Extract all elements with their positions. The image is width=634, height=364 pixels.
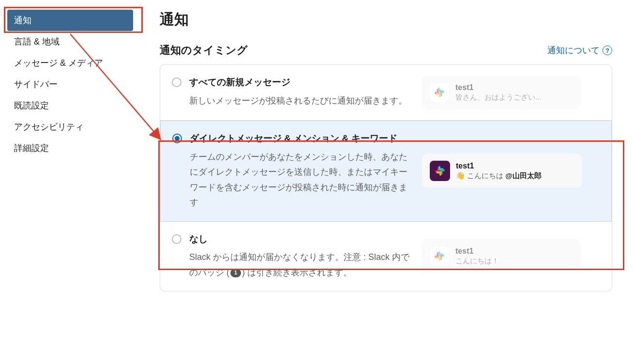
sidebar-item-accessibility[interactable]: アクセシビリティ <box>7 116 133 137</box>
sidebar-item-language-region[interactable]: 言語 & 地域 <box>7 31 133 52</box>
desc-post: ) は引き続き表示されます。 <box>242 268 352 277</box>
help-link-label: 通知について <box>547 45 600 56</box>
preview-greeting: こんにちは <box>467 171 505 180</box>
option-dm-mentions-keywords[interactable]: ダイレクトメッセージ & メンション & キーワード チームのメンバーがあなたを… <box>160 121 612 222</box>
help-icon: ? <box>603 46 612 55</box>
sidebar-item-mark-as-read[interactable]: 既読設定 <box>7 95 133 116</box>
option-title: すべての新規メッセージ <box>189 76 412 90</box>
preview-sender: test1 <box>455 83 574 92</box>
radio-dm-mentions-keywords[interactable] <box>172 134 182 143</box>
option-desc: チームのメンバーがあなたをメンションした時、あなたにダイレクトメッセージを送信し… <box>190 150 412 211</box>
option-desc: 新しいメッセージが投稿されるたびに通知が届きます。 <box>189 93 412 109</box>
sidebar-item-messages-media[interactable]: メッセージ & メディア <box>7 52 133 74</box>
option-desc: Slack からは通知が届かなくなります。注意 : Slack 内でのバッジ (… <box>189 250 412 280</box>
slack-icon <box>429 82 450 103</box>
preview-message: 皆さん、おはようござい... <box>455 93 574 102</box>
option-none[interactable]: なし Slack からは通知が届かなくなります。注意 : Slack 内でのバッ… <box>160 222 612 291</box>
notification-preview: test1 👋こんにちは @山田太郎 <box>422 154 582 188</box>
option-title: なし <box>189 232 412 246</box>
option-all-new-messages[interactable]: すべての新規メッセージ 新しいメッセージが投稿されるたびに通知が届きます。 te… <box>160 65 612 121</box>
notification-options-list: すべての新規メッセージ 新しいメッセージが投稿されるたびに通知が届きます。 te… <box>160 64 612 291</box>
wave-emoji-icon: 👋 <box>456 171 465 180</box>
radio-none[interactable] <box>172 234 181 244</box>
preview-message: こんにちは！ <box>455 257 574 266</box>
notification-preview: test1 こんにちは！ <box>422 239 581 273</box>
badge-count-icon: 1 <box>230 269 241 277</box>
page-title: 通知 <box>160 10 612 30</box>
preview-sender: test1 <box>456 162 574 170</box>
sidebar-item-advanced[interactable]: 詳細設定 <box>7 137 133 159</box>
preview-sender: test1 <box>455 247 574 256</box>
preview-mention: @山田太郎 <box>505 171 542 180</box>
help-link-about-notifications[interactable]: 通知について ? <box>547 45 612 56</box>
notification-preview: test1 皆さん、おはようござい... <box>422 76 581 109</box>
slack-icon <box>429 246 450 266</box>
option-title: ダイレクトメッセージ & メンション & キーワード <box>190 132 412 146</box>
sidebar-item-sidebar[interactable]: サイドバー <box>7 74 133 95</box>
slack-icon <box>430 161 450 181</box>
radio-all-new-messages[interactable] <box>172 77 181 87</box>
preview-message: 👋こんにちは @山田太郎 <box>456 171 574 181</box>
settings-sidebar: 通知 言語 & 地域 メッセージ & メディア サイドバー 既読設定 アクセシビ… <box>7 10 140 291</box>
sidebar-item-notifications[interactable]: 通知 <box>7 10 133 31</box>
main-content: 通知 通知のタイミング 通知について ? すべての新規メッセージ 新しいメッセー… <box>140 10 617 291</box>
section-title-notify-timing: 通知のタイミング <box>160 43 248 58</box>
